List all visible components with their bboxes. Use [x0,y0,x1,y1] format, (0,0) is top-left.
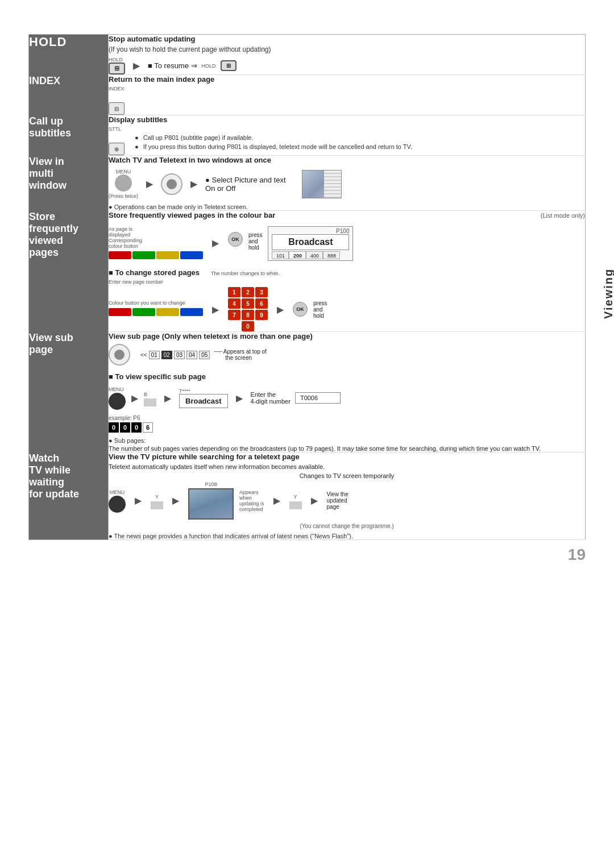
y-button[interactable] [151,501,163,509]
y2-button[interactable] [289,501,302,509]
menu-button[interactable] [115,175,132,192]
key-2[interactable]: 2 [242,287,254,297]
store-controls-top: As page is displayed Corresponding colou… [109,226,585,261]
multiwindow-label1: View in [29,156,64,167]
t-stars-group: T**** Broadcast [179,388,228,408]
key-1[interactable]: 1 [228,287,240,297]
tv-arrow1: ▶ [135,495,142,506]
yellow-button[interactable] [156,251,179,259]
red-button[interactable] [109,251,131,259]
red-btn2[interactable] [109,308,131,316]
index-row: INDEX Return to the main index page INDE… [29,75,586,115]
key-3[interactable]: 3 [255,287,268,297]
ok-button[interactable]: OK [228,232,243,247]
hold-title: Stop automatic updating [109,35,585,43]
cbar-400: 400 [306,251,323,259]
menu-b-group: MENU ▶ B [109,384,156,412]
list-mode-label: (List mode only) [541,212,585,219]
key-4[interactable]: 4 [228,298,240,309]
hold-key-label: HOLD [109,57,125,63]
specific-title: ■ To view specific sub page [109,372,206,381]
multiwindow-left-cell: View in multi window [29,156,109,211]
key-8[interactable]: 8 [242,310,254,320]
index-button[interactable]: ⊟ [109,102,125,115]
store-left-cell: Store frequently viewed pages [29,211,109,332]
viewsub-title: View sub page (Only when teletext is mor… [109,332,585,340]
corresponding-label: Corresponding [109,238,203,243]
tv-arrow3: ▶ [273,495,280,506]
num-grid: 1 2 3 4 5 6 7 8 9 0 [228,287,268,331]
store-title: Store frequently viewed pages in the col… [109,211,275,219]
viewsub-right-cell: View sub page (Only when teletext is mor… [109,332,586,452]
viewsub-label2: page [29,344,53,355]
multiwindow-label3: window [29,180,67,191]
right-sidebar: Viewing ● Viewing Teletext [602,34,614,564]
menu-grp: MENU [109,384,126,412]
hold-left-cell: HOLD [29,35,109,75]
main-table: HOLD Stop automatic updating (If you wis… [28,34,586,540]
viewsub-label1: View sub [29,332,73,343]
colour-bar-buttons [109,251,203,259]
digit-0c: 0 [131,422,142,433]
changes-label: Changes to TV screen temporarily [109,472,585,479]
key-0[interactable]: 0 [242,321,254,331]
watchtv-controls: MENU ▶ Y ▶ P108 [109,481,585,520]
index-left-cell: INDEX [29,75,109,115]
key-7[interactable]: 7 [228,310,240,320]
blue-btn2[interactable] [180,308,203,316]
select-text: ● Select Picture and text [205,176,286,184]
y2-label: Y [294,494,297,500]
ok-button2[interactable]: OK [293,302,308,317]
tv-arrow2: ▶ [172,495,179,506]
subpage-lt: << [140,352,147,358]
digit-0: 0 [109,422,119,433]
hold-button[interactable]: ⊞ [109,63,125,74]
callup-left-cell: Call up subtitles [29,115,109,156]
callup-controls: STTL ⊛ ● Call up P801 (subtitle page) if… [109,126,585,155]
subpage-seq-group: << 01 02 03 04 05 ── Appears at top ofth… [140,348,267,361]
watchtv-label1: Watch [29,452,59,464]
colour-btn-group: Colour button you want to change [109,300,203,318]
green-btn2[interactable] [132,308,155,316]
viewsub-nav[interactable] [109,344,130,366]
index-key-group: INDEX ⊟ [109,86,125,115]
key-9[interactable]: 9 [255,310,268,320]
menu-group: MENU (Press twice) [109,169,138,199]
ok-group2: OK [293,302,308,317]
hold-small-label: HOLD [202,63,216,69]
specific-controls: MENU ▶ B ▶ [109,384,585,412]
blue-button[interactable] [180,251,203,259]
store-row: Store frequently viewed pages Store freq… [29,211,586,332]
store-label4: pages [29,247,59,258]
key-5[interactable]: 5 [242,298,254,309]
b-group: B [144,389,156,407]
watchtv-label2: TV while [29,464,70,476]
sttl-button[interactable]: ⊛ [109,143,125,155]
menu-btn2[interactable] [109,393,126,410]
store-label2: frequently [29,223,78,234]
news-flash: ● The news page provides a function that… [109,533,585,539]
sub-broadcast: Broadcast [179,394,228,408]
sub-pages-note: ● Sub pages: [109,437,585,444]
key-6[interactable]: 6 [255,298,268,309]
yellow-btn2[interactable] [156,308,179,316]
callup-row: Call up subtitles Display subtitles STTL… [29,115,586,156]
hold-subtitle: (If you wish to hold the current page wi… [109,45,585,53]
watchtv-menu-btn[interactable] [109,496,126,513]
viewsub-controls: << 01 02 03 04 05 ── Appears at top ofth… [109,344,585,366]
viewsub-nav-inner [114,350,125,360]
to-resume-text: ■ To resume ⇒ [148,61,197,70]
watchtv-left-cell: Watch TV while waiting for update [29,452,109,540]
page-num-display: 19 [568,546,586,563]
press-twice: (Press twice) [109,193,138,199]
watchtv-label3: waiting [29,476,64,488]
hold-resume-button[interactable]: ⊞ [221,60,237,71]
cbar-101: 101 [272,251,289,259]
index-right-cell: Return to the main index page INDEX ⊟ [109,75,586,115]
store-arrow1: ▶ [212,238,219,248]
b-button[interactable] [144,398,156,406]
green-button[interactable] [132,251,155,259]
hold-right-cell: Stop automatic updating (If you wish to … [109,35,586,75]
page-display-group: P100 Broadcast 101 200 400 888 [268,226,353,261]
nav-button[interactable] [161,173,182,195]
